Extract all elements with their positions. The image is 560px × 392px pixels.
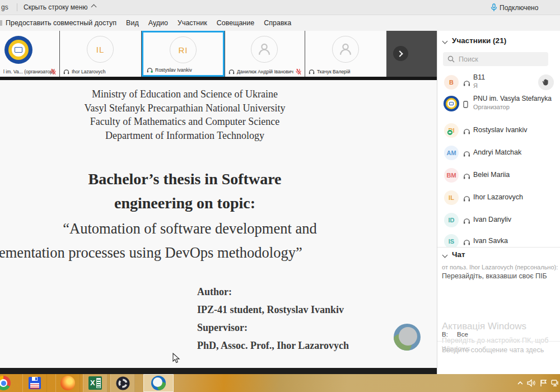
headphone-share-icon xyxy=(147,67,153,73)
headphone-icon xyxy=(463,127,470,137)
chrome-icon xyxy=(0,376,11,390)
person-avatar xyxy=(251,36,278,63)
video-thumb-lazarovych[interactable]: IL Ihor Lazarovych xyxy=(60,31,141,77)
headphone-icon xyxy=(228,69,235,74)
chevron-up-icon xyxy=(91,4,97,10)
taskbar-save-app-button[interactable] xyxy=(22,374,47,392)
excel-icon: X xyxy=(88,376,102,390)
video-thumb-danyliuk[interactable]: Данилюк Андрій Іванович xyxy=(225,31,305,77)
participants-header[interactable]: Участники (21) xyxy=(452,36,506,45)
windows-taskbar: X xyxy=(0,374,560,392)
initials-avatar: BM xyxy=(444,168,459,183)
mouse-cursor xyxy=(172,353,180,364)
menu-share[interactable]: Предоставить совместный доступ xyxy=(6,19,116,27)
participant-row[interactable]: IL Ihor Lazarovych xyxy=(437,186,560,209)
pnu-logo-avatar xyxy=(444,96,459,111)
taskbar-excel-button[interactable]: X xyxy=(83,374,108,392)
window-title-bar: gs Скрыть строку меню Подключено xyxy=(0,0,560,15)
participant-search[interactable] xyxy=(443,52,548,66)
thumb-name: l im. Va... (организатор) xyxy=(3,69,54,74)
initials-avatar: ID xyxy=(444,213,459,227)
participant-row[interactable]: AM Andryi Matchak xyxy=(437,142,560,164)
initials-avatar: IL xyxy=(444,190,459,205)
video-thumb-host[interactable]: l im. Va... (организатор) xyxy=(0,31,59,77)
menu-meeting[interactable]: Совещание xyxy=(217,19,255,27)
titlebar-fragment: gs xyxy=(1,3,8,11)
letter-avatar: B xyxy=(444,75,459,90)
menu-bar: Предоставить совместный доступ Вид Аудио… xyxy=(0,15,560,31)
menu-view[interactable]: Вид xyxy=(126,19,139,27)
participant-row[interactable]: RI Rostyslav Ivankiv xyxy=(437,119,560,142)
taskbar-chrome-button[interactable] xyxy=(0,374,15,392)
initials-avatar: AM xyxy=(444,146,459,160)
taskbar-zoom-button[interactable] xyxy=(143,374,174,392)
headphone-icon xyxy=(463,171,470,181)
participant-row[interactable]: BM Belei Mariia xyxy=(437,164,560,186)
chat-message-meta: от польз. Ihor Lazarovych (персонально): xyxy=(442,264,558,270)
taskbar-obs-button[interactable] xyxy=(110,374,135,392)
headphone-icon xyxy=(463,237,470,248)
slide-topic-line1: “Automation of software development and xyxy=(0,220,383,237)
action-center-flag-icon[interactable] xyxy=(540,379,547,387)
initials-avatar: RI xyxy=(170,36,197,63)
firefox-icon xyxy=(60,376,75,390)
connection-status: Подключено xyxy=(500,4,538,12)
participant-row[interactable]: ID Ivan Danyliv xyxy=(437,209,560,231)
video-filmstrip: l im. Va... (организатор) IL Ihor Lazaro… xyxy=(0,31,437,77)
zoom-meeting-window: gs Скрыть строку меню Подключено Предост… xyxy=(0,0,560,392)
chat-header[interactable]: Чат xyxy=(452,250,465,259)
person-avatar xyxy=(332,36,359,63)
menu-audio[interactable]: Аудио xyxy=(148,19,168,27)
search-input[interactable] xyxy=(459,54,543,64)
chevron-right-icon xyxy=(396,50,403,57)
slide-title: Bachelor’s thesis in Software engineerin… xyxy=(0,167,370,215)
taskbar-firefox-button[interactable] xyxy=(55,374,80,392)
thumb-name: Данилюк Андрій Іванович xyxy=(237,69,293,74)
pnu-logo-avatar xyxy=(4,36,32,64)
menu-partial-icon xyxy=(0,20,2,26)
raised-hand-button[interactable] xyxy=(538,74,554,90)
system-tray xyxy=(517,374,559,392)
slide-round-logo xyxy=(394,324,421,351)
headphone-icon xyxy=(463,78,470,88)
participant-row[interactable]: PNU im. Vasyla Stefanyka Организатор xyxy=(437,92,560,118)
stage-bottom-border xyxy=(0,368,437,374)
obs-icon xyxy=(116,376,130,390)
slide-topic-line2: ementation processes using DevOps method… xyxy=(0,244,302,262)
chat-message-body: Перезайдіть, вказавши своє ПІБ xyxy=(442,272,547,280)
headphone-icon xyxy=(463,149,470,159)
muted-mic-icon xyxy=(296,69,301,74)
slide-author-block: Author: IPZ-41 student, Rostyslav Ivanki… xyxy=(197,283,349,354)
video-thumb-ivankiv-selected[interactable]: RI Rostyslav Ivankiv xyxy=(142,31,225,77)
volume-icon[interactable] xyxy=(527,379,536,387)
video-thumb-tkachuk[interactable]: Ткачук Валерій xyxy=(305,31,386,77)
windows-activation-watermark-line2: Перейдіть до настройок ПК, щоб xyxy=(442,337,548,344)
hide-menubar-button[interactable]: Скрыть строку меню xyxy=(24,3,96,11)
windows-activation-watermark-line1: Активація Windows xyxy=(442,321,526,332)
participants-collapse-chevron[interactable] xyxy=(442,39,448,44)
zoom-app-icon xyxy=(151,376,166,390)
thumb-name: Ткачук Валерій xyxy=(317,69,350,74)
headphone-icon xyxy=(463,216,470,226)
menu-participant[interactable]: Участник xyxy=(178,19,207,27)
next-videos-button[interactable] xyxy=(393,46,408,61)
muted-mic-icon xyxy=(50,69,56,74)
tray-partial-icon[interactable] xyxy=(551,379,559,387)
show-hidden-icons-button[interactable] xyxy=(517,381,523,385)
participant-row[interactable]: B B11 Я xyxy=(437,71,560,94)
thumb-name: Ihor Lazarovych xyxy=(72,69,105,74)
mic-connected-icon xyxy=(491,3,497,14)
thumb-name: Rostyslav Ivankiv xyxy=(155,67,192,73)
chat-input[interactable]: Введите сообщение чата здесь xyxy=(442,346,544,354)
chat-input-divider xyxy=(437,341,560,342)
phone-icon xyxy=(463,100,468,110)
slide-university-block: Ministry of Education and Science of Ukr… xyxy=(0,87,370,142)
screen-share-badge xyxy=(447,129,453,136)
initials-avatar: IL xyxy=(87,36,114,63)
headphone-icon xyxy=(63,69,69,74)
shared-screen-slide: Ministry of Education and Science of Ukr… xyxy=(0,80,437,368)
titlebar-divider xyxy=(17,3,17,11)
menu-help[interactable]: Справка xyxy=(264,19,291,27)
floppy-disk-icon xyxy=(29,377,41,389)
raised-hand-icon xyxy=(542,78,550,86)
